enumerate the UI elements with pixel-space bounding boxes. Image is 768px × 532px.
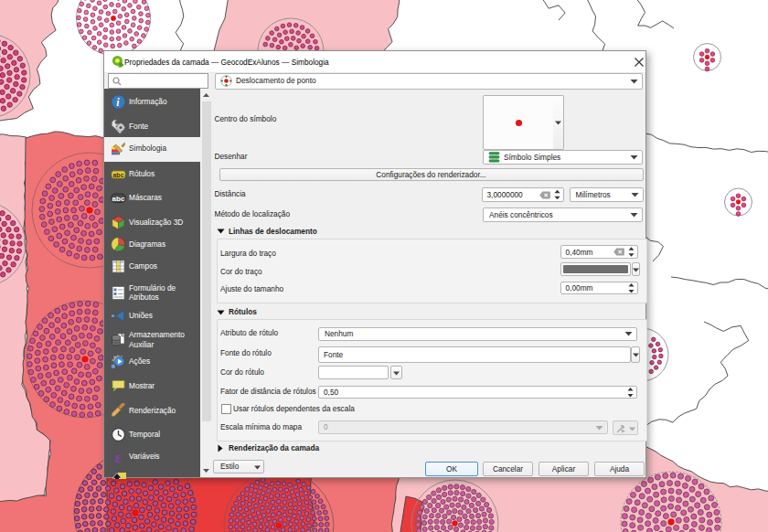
svg-text:abc: abc [112,194,125,202]
svg-text:abc: abc [112,172,123,178]
svg-text:ε: ε [115,449,122,464]
